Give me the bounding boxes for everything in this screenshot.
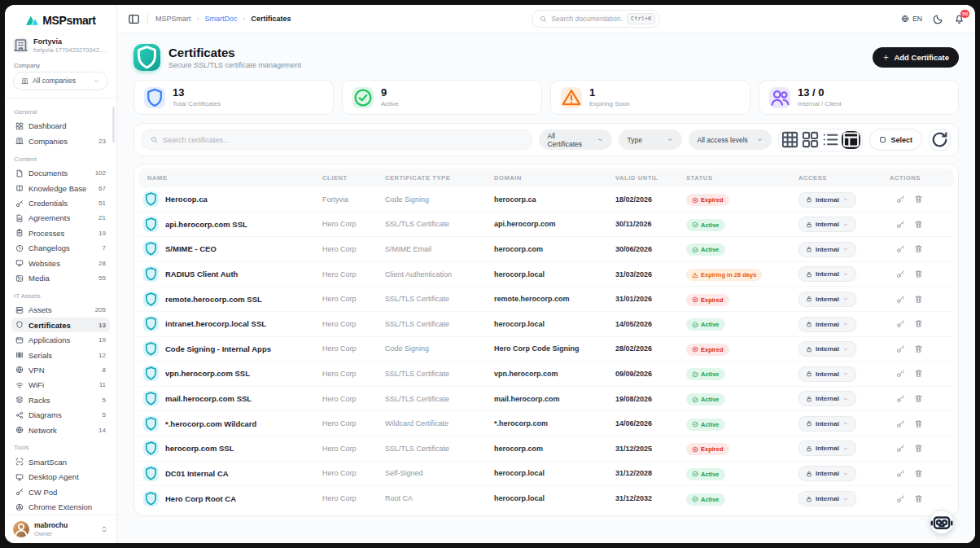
sidebar-item[interactable]: Diagrams 5	[11, 407, 110, 422]
dark-mode-toggle[interactable]	[933, 14, 943, 24]
delete-trash-icon[interactable]	[914, 295, 923, 304]
table-row[interactable]: remote.herocorp.com SSL Hero Corp SSL/TL…	[138, 287, 954, 312]
assistant-button[interactable]	[930, 510, 954, 534]
credentials-key-icon[interactable]	[896, 394, 905, 403]
sidebar-item[interactable]: Credentials 51	[11, 195, 110, 210]
sidebar-item[interactable]: WiFi 11	[11, 378, 110, 392]
table-row[interactable]: Herocop.ca Fortyvia Code Signing herocor…	[138, 187, 954, 213]
sidebar-item[interactable]: Agreements 21	[11, 211, 110, 226]
delete-trash-icon[interactable]	[914, 469, 923, 478]
credentials-key-icon[interactable]	[896, 220, 905, 229]
certificate-name[interactable]: RADIUS Client Auth	[165, 270, 238, 278]
delete-trash-icon[interactable]	[914, 244, 923, 253]
global-search-input[interactable]	[551, 15, 623, 23]
credentials-key-icon[interactable]	[896, 344, 905, 353]
delete-trash-icon[interactable]	[914, 344, 923, 353]
view-toggle-button[interactable]	[821, 131, 840, 149]
table-row[interactable]: intranet.herocorp.local SSL Hero Corp SS…	[138, 312, 954, 337]
sidebar-item[interactable]: Knowledge Base 67	[11, 181, 110, 195]
brand-logo[interactable]: MSPsmart	[5, 5, 116, 36]
access-dropdown[interactable]: Internal	[798, 217, 856, 232]
delete-trash-icon[interactable]	[914, 369, 923, 378]
table-row[interactable]: Hero Corp Root CA Hero Corp Root CA hero…	[138, 486, 954, 511]
user-menu[interactable]: mabrochu Owner	[5, 515, 116, 543]
delete-trash-icon[interactable]	[914, 195, 923, 204]
add-certificate-button[interactable]: Add Certificate	[873, 47, 959, 68]
delete-trash-icon[interactable]	[914, 270, 923, 278]
credentials-key-icon[interactable]	[896, 270, 905, 278]
certificate-name[interactable]: mail.herocorp.com SSL	[165, 394, 252, 403]
access-dropdown[interactable]: Internal	[798, 292, 856, 307]
certificate-name[interactable]: vpn.herocorp.com SSL	[165, 369, 250, 378]
filter-dropdown[interactable]: Type	[619, 129, 682, 150]
workspace-switcher[interactable]: Fortyvia fortyvia-1770420270042.mspsm...	[5, 36, 116, 59]
table-row[interactable]: *.herocorp.com Wildcard Hero Corp Wildca…	[138, 411, 954, 436]
sidebar-item[interactable]: SmartScan	[11, 454, 110, 469]
certificate-name[interactable]: Hero Corp Root CA	[165, 494, 236, 503]
access-dropdown[interactable]: Internal	[798, 192, 856, 208]
access-dropdown[interactable]: Internal	[798, 341, 856, 357]
table-row[interactable]: S/MIME - CEO Hero Corp S/MIME Email hero…	[138, 237, 954, 262]
certificate-name[interactable]: S/MIME - CEO	[165, 244, 217, 253]
certificates-search[interactable]	[142, 129, 532, 150]
view-toggle-button[interactable]	[781, 131, 799, 149]
access-dropdown[interactable]: Internal	[798, 317, 856, 332]
sidebar-item[interactable]: Serials 12	[11, 348, 110, 362]
access-dropdown[interactable]: Internal	[798, 441, 856, 456]
global-search[interactable]: Ctrl+K	[532, 10, 660, 28]
filter-dropdown[interactable]: All access levels	[689, 129, 772, 150]
credentials-key-icon[interactable]	[896, 369, 905, 378]
delete-trash-icon[interactable]	[914, 494, 923, 503]
filter-dropdown[interactable]: All Certificates	[539, 129, 612, 150]
delete-trash-icon[interactable]	[914, 220, 923, 229]
certificate-name[interactable]: intranet.herocorp.local SSL	[165, 319, 266, 328]
breadcrumb-section[interactable]: SmartDoc	[205, 15, 238, 23]
table-row[interactable]: mail.herocorp.com SSL Hero Corp SSL/TLS …	[138, 387, 954, 412]
language-switcher[interactable]: EN	[901, 15, 922, 23]
refresh-button[interactable]	[929, 129, 951, 151]
access-dropdown[interactable]: Internal	[798, 416, 856, 432]
select-button[interactable]: Select	[869, 129, 922, 151]
credentials-key-icon[interactable]	[896, 295, 905, 304]
sidebar-item[interactable]: Dashboard	[11, 119, 110, 134]
credentials-key-icon[interactable]	[896, 195, 905, 204]
sidebar-item[interactable]: Companies 23	[11, 134, 110, 148]
table-row[interactable]: herocorp.com SSL Hero Corp SSL/TLS Certi…	[138, 436, 954, 462]
credentials-key-icon[interactable]	[896, 494, 905, 503]
delete-trash-icon[interactable]	[914, 394, 923, 403]
certificates-search-input[interactable]	[163, 136, 523, 144]
sidebar-item[interactable]: Changelogs 7	[11, 241, 110, 256]
table-row[interactable]: Code Signing - Internal Apps Hero Corp C…	[138, 337, 954, 362]
sidebar-item[interactable]: Racks 5	[11, 392, 110, 407]
credentials-key-icon[interactable]	[896, 469, 905, 478]
sidebar-item[interactable]: Media 55	[11, 270, 110, 285]
breadcrumb-app[interactable]: MSPSmart	[155, 15, 191, 23]
access-dropdown[interactable]: Internal	[798, 391, 856, 406]
sidebar-item[interactable]: Documents 102	[11, 166, 110, 181]
sidebar-item[interactable]: CW Pod	[11, 484, 110, 499]
access-dropdown[interactable]: Internal	[798, 266, 856, 282]
certificate-name[interactable]: *.herocorp.com Wildcard	[165, 419, 256, 428]
sidebar-item[interactable]: VPN 8	[11, 362, 110, 377]
delete-trash-icon[interactable]	[914, 319, 923, 328]
sidebar-item[interactable]: Websites 28	[11, 256, 110, 270]
company-select[interactable]: All companies	[13, 72, 108, 90]
sidebar-item[interactable]: Assets 205	[11, 303, 110, 318]
delete-trash-icon[interactable]	[914, 444, 923, 453]
certificate-name[interactable]: Code Signing - Internal Apps	[165, 344, 271, 353]
credentials-key-icon[interactable]	[896, 419, 905, 428]
certificate-name[interactable]: DC01 Internal CA	[165, 469, 229, 478]
sidebar-item[interactable]: Processes 19	[11, 226, 110, 240]
credentials-key-icon[interactable]	[896, 244, 905, 253]
sidebar-toggle-icon[interactable]	[128, 13, 140, 25]
access-dropdown[interactable]: Internal	[798, 366, 856, 382]
table-row[interactable]: api.herocorp.com SSL Hero Corp SSL/TLS C…	[138, 213, 954, 238]
access-dropdown[interactable]: Internal	[798, 491, 856, 506]
credentials-key-icon[interactable]	[896, 444, 905, 453]
sidebar-item[interactable]: Chrome Extension	[11, 499, 110, 514]
sidebar-item[interactable]: Desktop Agent	[11, 470, 110, 484]
sidebar-item[interactable]: Applications 19	[11, 332, 110, 347]
view-toggle-button[interactable]	[801, 131, 820, 149]
certificate-name[interactable]: Herocop.ca	[165, 195, 208, 204]
certificate-name[interactable]: herocorp.com SSL	[165, 444, 234, 453]
